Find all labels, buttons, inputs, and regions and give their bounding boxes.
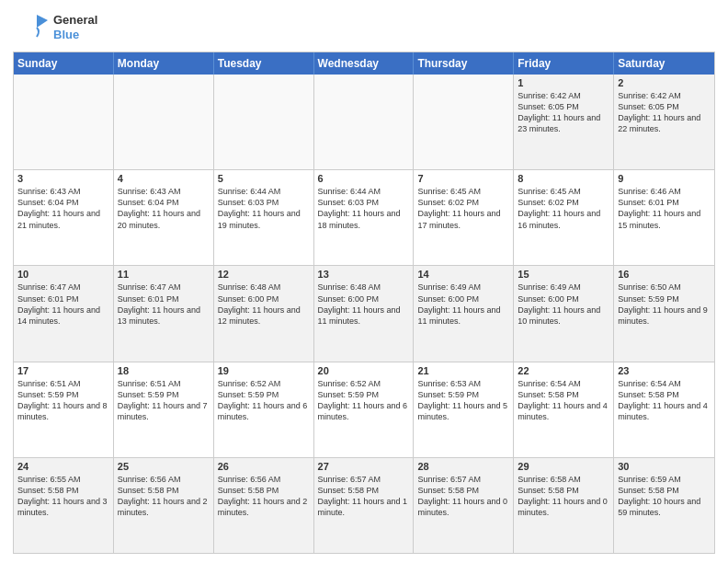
cell-info: Sunrise: 6:42 AMSunset: 6:05 PMDaylight:…	[518, 90, 609, 135]
day-number: 25	[118, 461, 210, 472]
cal-cell: 30Sunrise: 6:59 AMSunset: 5:58 PMDayligh…	[614, 458, 714, 553]
day-header-saturday: Saturday	[614, 52, 714, 75]
day-number: 29	[518, 461, 609, 472]
day-number: 4	[118, 173, 210, 184]
svg-marker-0	[37, 15, 48, 28]
cal-cell	[14, 75, 114, 169]
cell-info: Sunrise: 6:48 AMSunset: 6:00 PMDaylight:…	[318, 282, 410, 327]
day-number: 24	[17, 461, 109, 472]
cell-info: Sunrise: 6:53 AMSunset: 5:59 PMDaylight:…	[417, 378, 509, 423]
day-header-wednesday: Wednesday	[314, 52, 415, 75]
logo-svg	[13, 11, 50, 44]
day-number: 27	[318, 461, 410, 472]
day-number: 26	[218, 461, 310, 472]
cal-cell: 1Sunrise: 6:42 AMSunset: 6:05 PMDaylight…	[514, 75, 614, 169]
day-header-thursday: Thursday	[414, 52, 514, 75]
cal-cell: 16Sunrise: 6:50 AMSunset: 5:59 PMDayligh…	[614, 266, 714, 361]
cell-info: Sunrise: 6:47 AMSunset: 6:01 PMDaylight:…	[118, 282, 210, 327]
day-number: 3	[17, 173, 109, 184]
cell-info: Sunrise: 6:57 AMSunset: 5:58 PMDaylight:…	[417, 474, 509, 519]
cell-info: Sunrise: 6:44 AMSunset: 6:03 PMDaylight:…	[318, 186, 410, 231]
cell-info: Sunrise: 6:45 AMSunset: 6:02 PMDaylight:…	[417, 186, 509, 231]
day-number: 11	[118, 269, 210, 280]
cal-cell: 2Sunrise: 6:42 AMSunset: 6:05 PMDaylight…	[614, 75, 714, 169]
day-number: 1	[518, 77, 609, 88]
cal-cell: 5Sunrise: 6:44 AMSunset: 6:03 PMDaylight…	[214, 170, 314, 265]
day-number: 18	[118, 365, 210, 376]
day-number: 15	[518, 269, 609, 280]
cal-cell	[314, 75, 415, 169]
cell-info: Sunrise: 6:46 AMSunset: 6:01 PMDaylight:…	[618, 186, 711, 231]
day-number: 14	[417, 269, 509, 280]
cell-info: Sunrise: 6:58 AMSunset: 5:58 PMDaylight:…	[518, 474, 609, 519]
cal-cell: 10Sunrise: 6:47 AMSunset: 6:01 PMDayligh…	[14, 266, 114, 361]
cal-cell	[114, 75, 214, 169]
cal-cell	[214, 75, 314, 169]
day-number: 23	[618, 365, 711, 376]
cell-info: Sunrise: 6:49 AMSunset: 6:00 PMDaylight:…	[417, 282, 509, 327]
cal-cell: 4Sunrise: 6:43 AMSunset: 6:04 PMDaylight…	[114, 170, 214, 265]
cal-cell: 13Sunrise: 6:48 AMSunset: 6:00 PMDayligh…	[314, 266, 415, 361]
cal-cell: 12Sunrise: 6:48 AMSunset: 6:00 PMDayligh…	[214, 266, 314, 361]
cell-info: Sunrise: 6:45 AMSunset: 6:02 PMDaylight:…	[518, 186, 609, 231]
cal-cell: 14Sunrise: 6:49 AMSunset: 6:00 PMDayligh…	[414, 266, 514, 361]
cell-info: Sunrise: 6:43 AMSunset: 6:04 PMDaylight:…	[17, 186, 109, 231]
week-row-1: 3Sunrise: 6:43 AMSunset: 6:04 PMDaylight…	[14, 169, 714, 265]
cell-info: Sunrise: 6:42 AMSunset: 6:05 PMDaylight:…	[618, 90, 711, 135]
calendar-header: SundayMondayTuesdayWednesdayThursdayFrid…	[14, 52, 714, 75]
day-number: 19	[218, 365, 310, 376]
cell-info: Sunrise: 6:47 AMSunset: 6:01 PMDaylight:…	[17, 282, 109, 327]
cal-cell: 19Sunrise: 6:52 AMSunset: 5:59 PMDayligh…	[214, 362, 314, 457]
week-row-4: 24Sunrise: 6:55 AMSunset: 5:58 PMDayligh…	[14, 457, 714, 553]
logo: GeneralBlue	[13, 11, 97, 44]
week-row-2: 10Sunrise: 6:47 AMSunset: 6:01 PMDayligh…	[14, 265, 714, 361]
cell-info: Sunrise: 6:54 AMSunset: 5:58 PMDaylight:…	[618, 378, 711, 423]
cell-info: Sunrise: 6:56 AMSunset: 5:58 PMDaylight:…	[118, 474, 210, 519]
cal-cell: 29Sunrise: 6:58 AMSunset: 5:58 PMDayligh…	[514, 458, 614, 553]
cell-info: Sunrise: 6:52 AMSunset: 5:59 PMDaylight:…	[218, 378, 310, 423]
day-number: 10	[17, 269, 109, 280]
day-number: 9	[618, 173, 711, 184]
cal-cell: 11Sunrise: 6:47 AMSunset: 6:01 PMDayligh…	[114, 266, 214, 361]
calendar-body: 1Sunrise: 6:42 AMSunset: 6:05 PMDaylight…	[14, 75, 714, 553]
cell-info: Sunrise: 6:54 AMSunset: 5:58 PMDaylight:…	[518, 378, 609, 423]
day-number: 5	[218, 173, 310, 184]
cal-cell: 25Sunrise: 6:56 AMSunset: 5:58 PMDayligh…	[114, 458, 214, 553]
day-number: 17	[17, 365, 109, 376]
day-number: 12	[218, 269, 310, 280]
day-header-monday: Monday	[114, 52, 214, 75]
day-header-sunday: Sunday	[14, 52, 114, 75]
calendar: SundayMondayTuesdayWednesdayThursdayFrid…	[13, 52, 715, 554]
cal-cell: 27Sunrise: 6:57 AMSunset: 5:58 PMDayligh…	[314, 458, 415, 553]
cell-info: Sunrise: 6:52 AMSunset: 5:59 PMDaylight:…	[318, 378, 410, 423]
cell-info: Sunrise: 6:51 AMSunset: 5:59 PMDaylight:…	[118, 378, 210, 423]
cal-cell: 17Sunrise: 6:51 AMSunset: 5:59 PMDayligh…	[14, 362, 114, 457]
day-number: 16	[618, 269, 711, 280]
cell-info: Sunrise: 6:50 AMSunset: 5:59 PMDaylight:…	[618, 282, 711, 327]
cell-info: Sunrise: 6:44 AMSunset: 6:03 PMDaylight:…	[218, 186, 310, 231]
logo-text: GeneralBlue	[53, 13, 97, 41]
cell-info: Sunrise: 6:48 AMSunset: 6:00 PMDaylight:…	[218, 282, 310, 327]
day-number: 20	[318, 365, 410, 376]
cal-cell: 26Sunrise: 6:56 AMSunset: 5:58 PMDayligh…	[214, 458, 314, 553]
day-header-friday: Friday	[514, 52, 614, 75]
cal-cell: 22Sunrise: 6:54 AMSunset: 5:58 PMDayligh…	[514, 362, 614, 457]
cell-info: Sunrise: 6:55 AMSunset: 5:58 PMDaylight:…	[17, 474, 109, 519]
day-header-tuesday: Tuesday	[214, 52, 314, 75]
cal-cell: 9Sunrise: 6:46 AMSunset: 6:01 PMDaylight…	[614, 170, 714, 265]
cal-cell: 3Sunrise: 6:43 AMSunset: 6:04 PMDaylight…	[14, 170, 114, 265]
day-number: 30	[618, 461, 711, 472]
cal-cell: 15Sunrise: 6:49 AMSunset: 6:00 PMDayligh…	[514, 266, 614, 361]
day-number: 8	[518, 173, 609, 184]
cal-cell: 24Sunrise: 6:55 AMSunset: 5:58 PMDayligh…	[14, 458, 114, 553]
day-number: 6	[318, 173, 410, 184]
cal-cell: 28Sunrise: 6:57 AMSunset: 5:58 PMDayligh…	[414, 458, 514, 553]
cal-cell	[414, 75, 514, 169]
cell-info: Sunrise: 6:56 AMSunset: 5:58 PMDaylight:…	[218, 474, 310, 519]
cal-cell: 7Sunrise: 6:45 AMSunset: 6:02 PMDaylight…	[414, 170, 514, 265]
day-number: 7	[417, 173, 509, 184]
cal-cell: 6Sunrise: 6:44 AMSunset: 6:03 PMDaylight…	[314, 170, 415, 265]
cal-cell: 21Sunrise: 6:53 AMSunset: 5:59 PMDayligh…	[414, 362, 514, 457]
cal-cell: 8Sunrise: 6:45 AMSunset: 6:02 PMDaylight…	[514, 170, 614, 265]
week-row-0: 1Sunrise: 6:42 AMSunset: 6:05 PMDaylight…	[14, 75, 714, 169]
